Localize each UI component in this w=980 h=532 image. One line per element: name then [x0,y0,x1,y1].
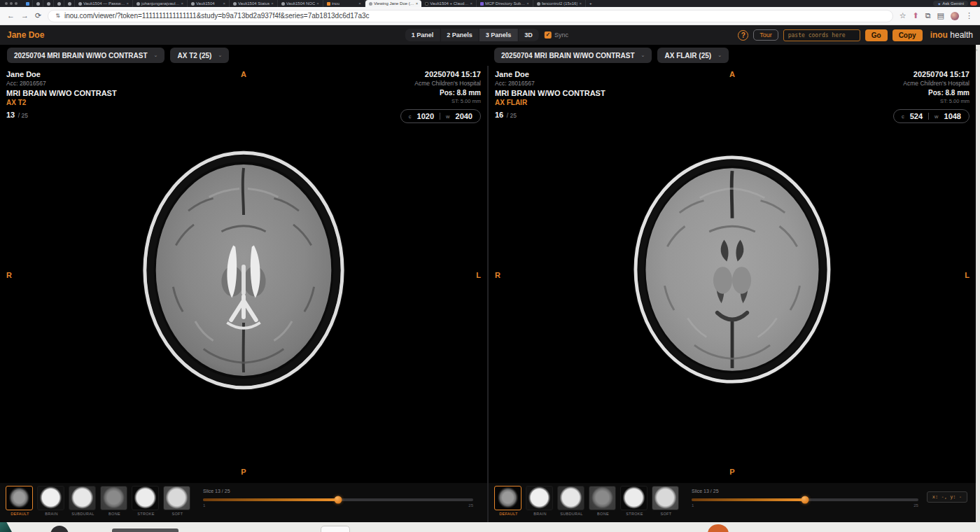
window-level-pill[interactable]: c 1020 w 2040 [400,109,481,123]
study-dropdown-left[interactable]: 20250704 MRI BRAIN W/WO CONTRAST ⌄ [7,48,164,63]
pinned-tab[interactable] [22,0,33,7]
preset-thumbnail-image[interactable] [589,486,616,510]
browser-tab[interactable]: inou × [323,0,365,7]
browser-tab[interactable]: fancontrol2 (15x16) × [533,0,586,7]
slider-handle[interactable] [335,496,342,504]
tab-close-icon[interactable]: × [181,1,183,6]
study-dropdown-right[interactable]: 20250704 MRI BRAIN W/WO CONTRAST ⌄ [494,48,652,63]
tab-close-icon[interactable]: × [579,1,582,6]
center-label: c [409,113,412,120]
share-icon[interactable]: ⬆ [913,11,919,20]
site-info-icon[interactable]: ⇅ [55,13,60,19]
browser-tab[interactable]: johanjonganajvaul… × [133,0,188,7]
preset-default[interactable]: DEFAULT [494,486,523,516]
pinned-tab[interactable] [33,0,43,7]
window-controls[interactable] [0,0,22,7]
viewport-left[interactable]: A P R L Jane Doe Acc: 28016567 MRI BRAIN… [0,66,487,522]
panel-button-1[interactable]: 1 Panel [405,29,441,41]
bookmark-star-icon[interactable]: ☆ [899,11,906,20]
preset-thumbnail-image[interactable] [100,486,127,510]
url-bar[interactable]: ⇅ inou.com/viewer/?token=111111111111111… [48,10,892,22]
series-dropdown-right[interactable]: AX FLAIR (25) ⌄ [657,48,729,63]
tab-close-icon[interactable]: × [316,1,319,6]
panel-button-3d[interactable]: 3D [518,29,539,41]
panel-button-3[interactable]: 3 Panels [479,29,519,41]
window-level-pill[interactable]: c 524 w 1048 [893,109,969,123]
back-icon[interactable]: ← [7,12,15,20]
preset-thumbnail-image[interactable] [163,486,190,510]
browser-tab[interactable]: Vault1504 × [188,0,230,7]
pinned-tab[interactable] [64,0,75,7]
new-tab-button[interactable]: + [586,0,596,7]
preset-stroke[interactable]: STROKE [620,486,649,516]
tab-close-icon[interactable]: × [526,1,529,6]
close-window-icon[interactable] [5,2,8,5]
mri-image-t2[interactable] [140,147,347,395]
tab-favicon [327,2,330,6]
browser-tab[interactable]: MCP Directory Sub… × [477,0,533,7]
slider-track[interactable] [203,498,473,501]
tab-close-icon[interactable]: × [416,1,419,6]
preset-thumbnail-image[interactable] [37,486,64,510]
browser-tab[interactable]: Vault1504 — Passw… × [75,0,133,7]
width-value: 2040 [456,112,472,120]
sync-checkbox-icon[interactable]: ✓ [545,31,552,38]
tab-label: inou [332,1,340,6]
panel-button-2[interactable]: 2 Panels [440,29,479,41]
series-dropdown-label: AX T2 (25) [177,52,211,59]
preset-thumbnail-image[interactable] [652,486,679,510]
ask-gemini-button[interactable]: ✦ Ask Gemini [933,1,968,6]
minimize-window-icon[interactable] [10,2,13,5]
pinned-tab[interactable] [54,0,64,7]
overlay-accession: Acc: 28016567 [495,80,606,87]
paste-coords-input[interactable] [783,29,860,41]
slider-track[interactable] [692,498,918,501]
overlay-series: AX T2 [6,99,117,106]
preset-stroke[interactable]: STROKE [132,486,160,516]
viewport-right[interactable]: A P R L Jane Doe Acc: 28016567 MRI BRAIN… [489,66,976,522]
help-icon[interactable]: ? [738,30,748,41]
preset-thumbnail-image[interactable] [526,486,553,510]
browser-tab[interactable]: Vault1504 Status × [230,0,278,7]
preset-brain[interactable]: BRAIN [526,486,554,516]
series-dropdown-left[interactable]: AX T2 (25) ⌄ [170,48,229,63]
menu-icon[interactable]: ⋮ [965,11,973,20]
browser-tab-active[interactable]: Viewing Jane Doe (… × [365,0,421,7]
tab-close-icon[interactable]: × [127,1,130,6]
zoom-window-icon[interactable] [15,2,18,5]
preset-bone[interactable]: BONE [100,486,129,516]
tab-label: Vault1504 Status [238,1,270,6]
tab-close-icon[interactable]: × [470,1,472,6]
bookmarks-icon[interactable]: ⧉ [925,11,931,20]
slider-handle[interactable] [801,496,808,504]
pinned-tab[interactable] [43,0,54,7]
side-panel-icon[interactable]: ▤ [937,11,944,20]
copy-button[interactable]: Copy [892,29,923,41]
tour-button[interactable]: Tour [753,29,778,41]
tab-close-icon[interactable]: × [358,1,361,6]
mri-image-flair[interactable] [631,153,834,388]
preset-default[interactable]: DEFAULT [6,486,34,516]
preset-subdural[interactable]: SUBDURAL [557,486,586,516]
tab-close-icon[interactable]: × [223,1,225,6]
preset-brain[interactable]: BRAIN [37,486,66,516]
forward-icon[interactable]: → [21,12,29,20]
preset-thumbnail-image[interactable] [69,486,96,510]
reload-icon[interactable]: ⟳ [35,12,41,20]
preset-thumbnail-image[interactable] [557,486,584,510]
browser-tab[interactable]: Vault1504 NOC × [278,0,323,7]
tab-close-icon[interactable]: × [271,1,274,6]
preset-bone[interactable]: BONE [589,486,617,516]
profile-avatar[interactable] [951,12,959,20]
preset-thumbnail-image[interactable] [494,486,522,510]
preset-thumbnail-image[interactable] [620,486,648,510]
preset-soft[interactable]: SOFT [652,486,680,516]
overlay-patient: Jane Doe [495,70,606,78]
browser-tab[interactable]: Vault1504 + Claud… × [421,0,477,7]
preset-thumbnail-image[interactable] [132,486,159,510]
preset-subdural[interactable]: SUBDURAL [69,486,97,516]
sync-toggle[interactable]: ✓ Sync [545,31,568,38]
preset-thumbnail-image[interactable] [6,486,33,510]
go-button[interactable]: Go [865,29,888,41]
preset-soft[interactable]: SOFT [163,486,192,516]
